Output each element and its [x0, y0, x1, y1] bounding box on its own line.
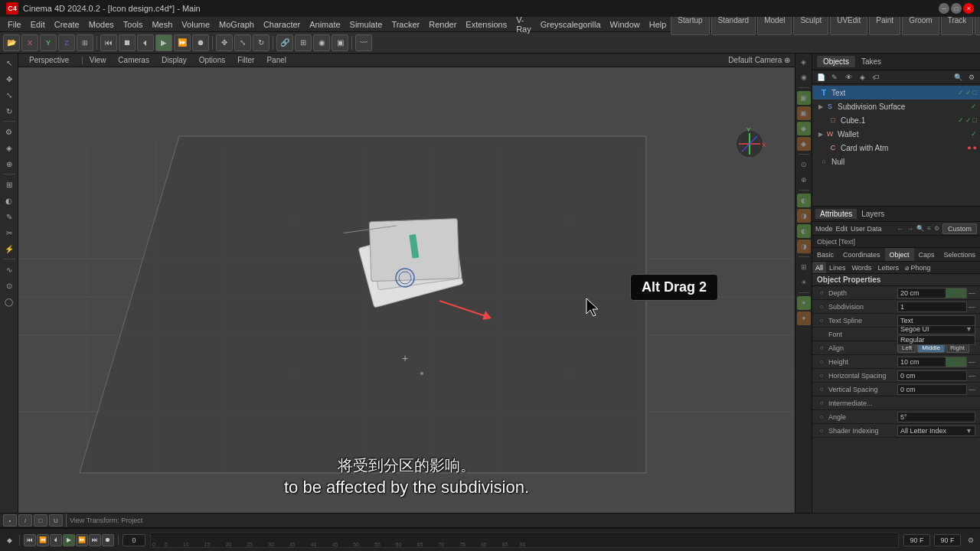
tb-coord-lock[interactable]: ⊞ [77, 34, 93, 51]
shader-select[interactable]: All Letter Index ▼ [897, 425, 975, 436]
lt-tool5[interactable]: ◐ [2, 193, 17, 208]
vp-panel-menu[interactable]: Panel [260, 55, 292, 65]
vp-display-menu[interactable]: Display [155, 55, 193, 65]
lt-rotate2[interactable]: ↻ [2, 103, 17, 119]
lt-tool2[interactable]: ◈ [2, 140, 17, 155]
tb-play-prev2[interactable]: ⏴ [137, 34, 154, 51]
lt-tool9[interactable]: ∿ [2, 262, 17, 277]
tb-record[interactable]: ⏺ [192, 34, 209, 51]
menu-greyscale[interactable]: Greyscalegorilla [536, 19, 606, 30]
font-style-input[interactable]: Regular [897, 335, 975, 345]
tab-selections[interactable]: Selections [939, 248, 980, 261]
play-to-start[interactable]: ⏮ [24, 534, 36, 546]
tab-objects[interactable]: Objects [817, 56, 855, 67]
obj-wallet[interactable]: ▶ W Wallet ✓ [812, 127, 980, 141]
obj-cube[interactable]: □ Cube.1 ✓ ✓ □ [812, 113, 980, 127]
tab-layers[interactable]: Layers [857, 209, 889, 219]
lt-tool8[interactable]: ⚡ [2, 241, 17, 256]
vr-cam[interactable]: ⊞ [797, 260, 811, 274]
menu-mesh[interactable]: Mesh [147, 19, 177, 30]
menu-extensions[interactable]: Extensions [461, 19, 511, 30]
tab-caps[interactable]: Caps [914, 248, 939, 261]
menu-vray[interactable]: V-Ray [511, 15, 536, 34]
attr-userdata-label[interactable]: User Data [851, 225, 882, 233]
tab-attributes[interactable]: Attributes [815, 209, 857, 219]
tab-object[interactable]: Object [885, 248, 914, 261]
textspline-input[interactable]: Text [897, 315, 975, 326]
play-to-end[interactable]: ⏭ [89, 534, 101, 546]
lt-tool7[interactable]: ✂ [2, 225, 17, 240]
tb-render-view[interactable]: ◉ [313, 34, 330, 51]
vspacing-input[interactable]: 0 cm [897, 384, 967, 395]
tl-diamond[interactable]: ◆ [3, 534, 15, 546]
depth-input[interactable]: 20 cm [897, 288, 967, 298]
viewport-canvas[interactable]: + X Y [18, 67, 795, 513]
maximize-button[interactable]: □ [951, 3, 962, 14]
obj-tb-tags[interactable]: 🏷 [870, 71, 882, 83]
vp-perspective[interactable]: Perspective [23, 55, 75, 65]
type-letters[interactable]: Letters [874, 262, 902, 273]
vr-obj3[interactable]: ◆ [797, 122, 811, 135]
tb-render[interactable]: ▣ [332, 34, 348, 51]
mode-edge[interactable]: / [18, 514, 32, 527]
type-phong[interactable]: ⌀ Phong [902, 262, 934, 273]
lt-tool11[interactable]: ◯ [2, 294, 17, 309]
tb-play-next[interactable]: ⏩ [174, 34, 191, 51]
vr-mat3[interactable]: ◐ [797, 224, 811, 238]
tab-basic[interactable]: Basic [812, 248, 838, 261]
vr-mat1[interactable]: ◐ [797, 194, 811, 207]
tab-coordinates[interactable]: Coordinates [838, 248, 885, 261]
menu-window[interactable]: Window [606, 19, 645, 30]
lt-select[interactable]: ↖ [2, 55, 17, 70]
record-btn[interactable]: ⏺ [102, 534, 114, 546]
play-prev[interactable]: ⏴ [50, 534, 62, 546]
vp-filter-menu[interactable]: Filter [231, 55, 260, 65]
vr-mat4[interactable]: ◑ [797, 240, 811, 253]
height-input[interactable]: 10 cm [897, 357, 967, 367]
obj-tb-file[interactable]: 📄 [815, 71, 827, 83]
menu-help[interactable]: Help [645, 19, 671, 30]
tab-takes[interactable]: Takes [855, 56, 887, 67]
menu-create[interactable]: Create [50, 19, 84, 30]
menu-edit[interactable]: Edit [26, 19, 50, 30]
attr-edit-label[interactable]: Edit [836, 225, 848, 233]
mode-poly[interactable]: □ [34, 514, 47, 527]
obj-null[interactable]: ○ Null [812, 155, 980, 168]
menu-simulate[interactable]: Simulate [345, 19, 387, 30]
hspacing-input[interactable]: 0 cm [897, 370, 967, 381]
vr-obj2[interactable]: ▣ [797, 106, 811, 120]
vp-view-menu[interactable]: View [83, 55, 113, 65]
current-frame-input[interactable]: 0 [122, 534, 145, 546]
vr-fx2[interactable]: ✦ [797, 311, 811, 325]
preset-dropdown[interactable]: Custom [942, 223, 977, 234]
vr-tool2[interactable]: ⊕ [797, 173, 811, 187]
vr-fx1[interactable]: ✦ [797, 296, 811, 310]
menu-tracker[interactable]: Tracker [387, 19, 424, 30]
tb-snap[interactable]: 🔗 [276, 34, 293, 51]
tb-grid[interactable]: ⊞ [295, 34, 312, 51]
tb-wave[interactable]: 〰 [355, 34, 372, 51]
lt-scale2[interactable]: ⤡ [2, 87, 17, 103]
menu-animate[interactable]: Animate [305, 19, 345, 30]
angle-input[interactable]: 5° [897, 412, 975, 422]
type-words[interactable]: Words [849, 262, 875, 273]
subdiv-input[interactable]: 1 [897, 302, 967, 312]
obj-tb-view[interactable]: 👁 [842, 71, 854, 83]
menu-modes[interactable]: Modes [84, 19, 119, 30]
play-next[interactable]: ⏩ [76, 534, 88, 546]
type-lines[interactable]: Lines [826, 262, 849, 273]
lt-tool10[interactable]: ⊙ [2, 278, 17, 293]
play-forward[interactable]: ▶ [63, 534, 75, 546]
lt-tool4[interactable]: ⊞ [2, 177, 17, 192]
tb-play-prev[interactable]: ⏮ [100, 34, 117, 51]
vr-obj4[interactable]: ◆ [797, 137, 811, 151]
vr-light[interactable]: ☀ [797, 276, 811, 289]
menu-render[interactable]: Render [424, 19, 461, 30]
play-prev-frame[interactable]: ⏪ [37, 534, 49, 546]
mode-point[interactable]: • [3, 514, 17, 527]
lt-tool1[interactable]: ⚙ [2, 124, 17, 139]
close-button[interactable]: ✕ [963, 3, 974, 14]
tb-play[interactable]: ▶ [155, 34, 172, 51]
tb-open[interactable]: 📂 [3, 34, 20, 51]
tb-scale[interactable]: ⤡ [234, 34, 251, 51]
